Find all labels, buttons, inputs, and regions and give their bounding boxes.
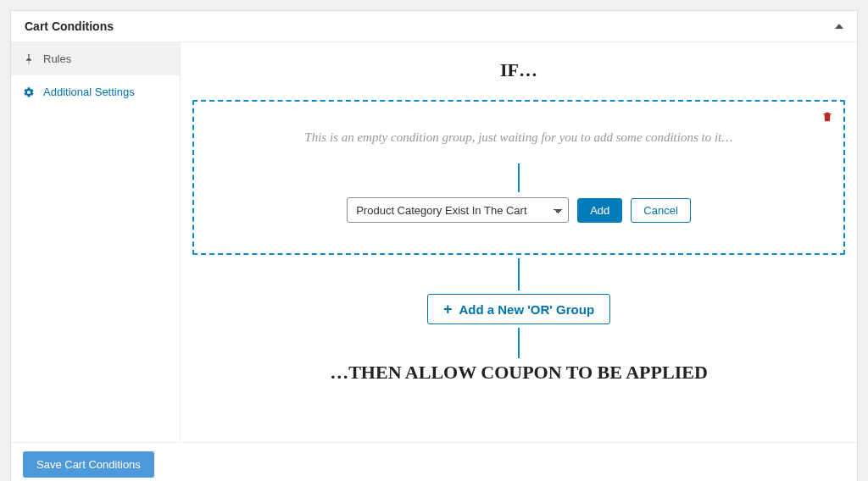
settings-sidebar: Rules Additional Settings xyxy=(11,42,181,442)
sidebar-item-rules[interactable]: Rules xyxy=(11,42,180,75)
connector-line xyxy=(518,328,520,358)
add-or-row: + Add a New 'OR' Group xyxy=(192,294,845,324)
pushpin-icon xyxy=(23,53,35,65)
empty-group-message: This is an empty condition group, just w… xyxy=(209,130,828,145)
sidebar-item-label: Rules xyxy=(43,53,71,65)
cancel-button[interactable]: Cancel xyxy=(631,198,690,223)
if-heading: IF… xyxy=(192,59,845,81)
sidebar-item-label: Additional Settings xyxy=(43,86,135,98)
sidebar-item-additional-settings[interactable]: Additional Settings xyxy=(11,75,180,108)
cart-conditions-panel: Cart Conditions Rules Additional Setting… xyxy=(10,10,858,481)
connector-line xyxy=(518,163,520,192)
rules-main: IF… This is an empty condition group, ju… xyxy=(181,42,857,442)
condition-group: This is an empty condition group, just w… xyxy=(192,100,845,255)
add-condition-row: Product Category Exist In The Cart Add C… xyxy=(209,197,828,223)
collapse-icon[interactable] xyxy=(835,24,843,29)
add-or-group-button[interactable]: + Add a New 'OR' Group xyxy=(427,294,610,324)
add-or-label: Add a New 'OR' Group xyxy=(459,302,594,317)
panel-footer: Save Cart Conditions xyxy=(11,442,857,481)
panel-title: Cart Conditions xyxy=(25,19,114,33)
add-button[interactable]: Add xyxy=(577,198,622,223)
trash-icon[interactable] xyxy=(821,110,833,126)
connector-line xyxy=(518,258,520,290)
plus-icon: + xyxy=(443,301,453,317)
gear-icon xyxy=(23,86,35,98)
panel-header: Cart Conditions xyxy=(11,11,857,42)
condition-type-select[interactable]: Product Category Exist In The Cart xyxy=(347,197,569,223)
then-heading: …THEN ALLOW COUPON TO BE APPLIED xyxy=(192,362,845,384)
save-button[interactable]: Save Cart Conditions xyxy=(23,451,154,478)
